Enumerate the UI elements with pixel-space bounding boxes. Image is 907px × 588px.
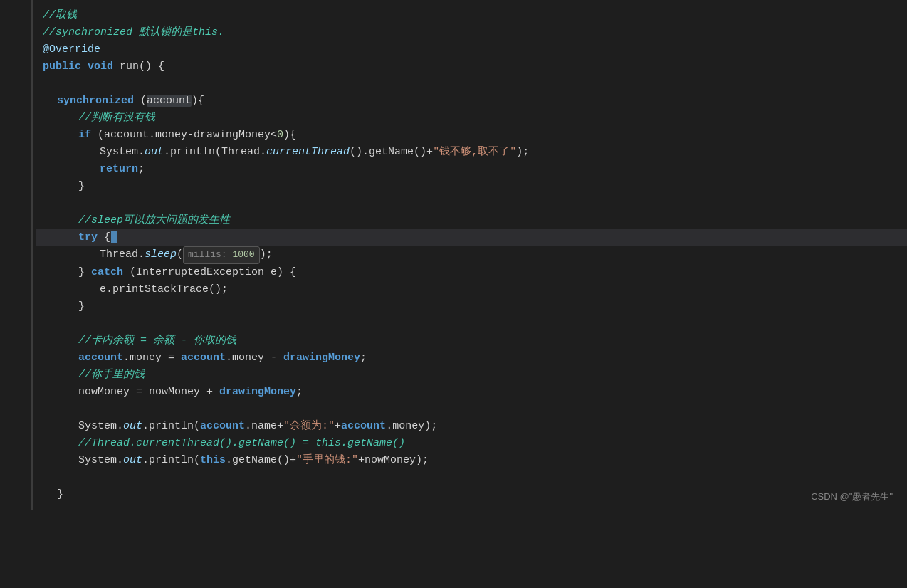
code-content: System.out.println(Thread.currentThread(… xyxy=(36,144,529,161)
code-line: public void run() { xyxy=(36,58,907,75)
param-hint: millis: 1000 xyxy=(183,246,260,264)
comment-line: //判断有没有钱 xyxy=(36,110,155,127)
watermark: CSDN @"愚者先生" xyxy=(811,490,893,505)
code-line xyxy=(36,75,907,93)
code-content: e.printStackTrace(); xyxy=(36,281,228,298)
code-line: //卡内余额 = 余额 - 你取的钱 xyxy=(36,332,907,350)
code-line: } catch (InterruptedException e) { xyxy=(36,264,907,281)
code-content: } xyxy=(36,486,63,503)
left-gutter-bar xyxy=(31,0,33,510)
code-line: //判断有没有钱 xyxy=(36,110,907,127)
code-line: //Thread.currentThread().getName() = thi… xyxy=(36,435,907,452)
code-line: //取钱 xyxy=(36,7,907,24)
code-line: } xyxy=(36,298,907,315)
code-line: //你手里的钱 xyxy=(36,367,907,384)
code-content: if (account.money-drawingMoney<0){ xyxy=(36,127,296,144)
code-line xyxy=(36,401,907,418)
code-content: nowMoney = nowMoney + drawingMoney; xyxy=(36,384,303,401)
code-line: //sleep可以放大问题的发生性 xyxy=(36,212,907,229)
code-line: System.out.println(this.getName()+"手里的钱:… xyxy=(36,452,907,469)
code-line: System.out.println(account.name+"余额为:"+a… xyxy=(36,418,907,435)
code-line: e.printStackTrace(); xyxy=(36,281,907,298)
code-content: Thread.sleep(millis: 1000); xyxy=(36,246,273,264)
comment-line: //Thread.currentThread().getName() = thi… xyxy=(36,435,405,452)
code-line xyxy=(36,195,907,212)
code-line: Thread.sleep(millis: 1000); xyxy=(36,246,907,264)
code-content: System.out.println(account.name+"余额为:"+a… xyxy=(36,418,437,435)
code-content: public void run() { xyxy=(36,58,164,75)
comment-line: //synchronized 默认锁的是this. xyxy=(36,24,224,41)
comment-line: //卡内余额 = 余额 - 你取的钱 xyxy=(36,332,236,350)
code-line: @Override xyxy=(36,41,907,58)
code-content: account.money = account.money - drawingM… xyxy=(36,350,367,367)
code-content: System.out.println(this.getName()+"手里的钱:… xyxy=(36,452,429,469)
code-line: synchronized (account){ xyxy=(36,93,907,110)
code-content: return; xyxy=(36,161,145,178)
code-content: synchronized (account){ xyxy=(36,93,204,110)
comment-line: //你手里的钱 xyxy=(36,367,145,384)
code-content: try { xyxy=(36,229,117,246)
code-line: System.out.println(Thread.currentThread(… xyxy=(36,144,907,161)
code-content: } xyxy=(36,178,85,195)
code-content: } catch (InterruptedException e) { xyxy=(36,264,296,281)
code-line: //synchronized 默认锁的是this. xyxy=(36,24,907,41)
comment-line: //取钱 xyxy=(36,7,77,24)
code-line: if (account.money-drawingMoney<0){ xyxy=(36,127,907,144)
code-content: } xyxy=(36,298,85,315)
code-line xyxy=(36,469,907,486)
annotation-line: @Override xyxy=(36,41,100,58)
code-line: } xyxy=(36,178,907,195)
code-line: nowMoney = nowMoney + drawingMoney; xyxy=(36,384,907,401)
code-line: try { xyxy=(36,229,907,246)
code-line xyxy=(36,315,907,332)
comment-line: //sleep可以放大问题的发生性 xyxy=(36,212,230,229)
code-line: account.money = account.money - drawingM… xyxy=(36,350,907,367)
code-line: return; xyxy=(36,161,907,178)
code-line: } xyxy=(36,486,907,503)
code-editor: //取钱 //synchronized 默认锁的是this. @Override… xyxy=(0,0,907,510)
